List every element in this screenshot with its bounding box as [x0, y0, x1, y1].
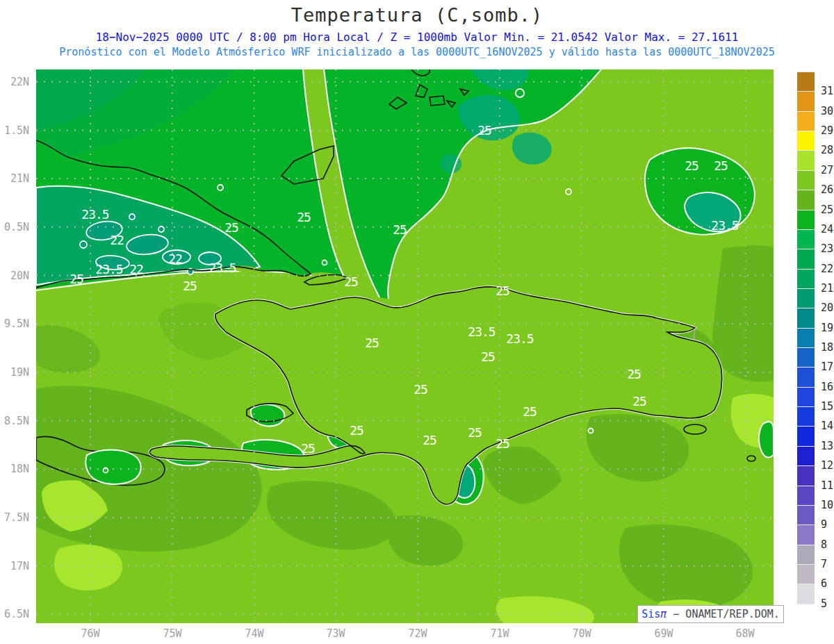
colorbar-tick-label: 20 [821, 302, 833, 314]
colorbar-band [797, 347, 815, 367]
contour-label: 25 [183, 279, 197, 293]
lat-tick-label: 22N [0, 76, 29, 88]
colorbar-tick-label: 14 [821, 420, 833, 432]
lon-tick-label: 71W [479, 627, 521, 640]
lon-tick-label: 69W [643, 627, 685, 640]
colorbar-tick-label: 5 [821, 597, 827, 610]
colorbar [797, 72, 815, 623]
jamaica-cool-spot [85, 450, 140, 484]
lon-tick-label: 75W [152, 627, 193, 640]
colorbar-tick-label: 28 [821, 144, 833, 156]
colorbar-band [797, 269, 815, 288]
contour-label: 23.5 [468, 324, 495, 339]
colorbar-tick-label: 17 [821, 361, 833, 373]
contour-label: 25 [496, 283, 509, 298]
contour-label: 23.5 [81, 207, 108, 222]
lon-tick-label: 72W [397, 627, 439, 640]
chart-subtitle-model: Pronóstico con el Modelo Atmósferico WRF… [0, 46, 834, 58]
watermark-box: Sisπ − ONAMET/REP.DOM. [637, 605, 784, 623]
colorbar-tick-label: 29 [821, 124, 833, 137]
colorbar-tick-label: 19 [821, 322, 833, 334]
colorbar-band [797, 190, 815, 209]
colorbar-band [797, 91, 815, 110]
map-canvas [36, 69, 774, 623]
lon-tick-label: 74W [234, 627, 275, 640]
colorbar-tick-label: 11 [821, 479, 833, 492]
colorbar-band [797, 72, 815, 91]
colorbar-tick-label: 24 [821, 223, 833, 236]
colorbar-band [797, 210, 815, 229]
contour-label: 25 [627, 367, 641, 381]
contour-label: 22 [129, 262, 143, 276]
colorbar-band [797, 486, 815, 505]
colorbar-tick-label: 25 [821, 204, 833, 216]
colorbar-tick-label: 6 [821, 577, 827, 590]
colorbar-tick-label: 10 [821, 499, 833, 511]
colorbar-band [797, 584, 815, 603]
lat-tick-label: 1.5N [0, 124, 29, 137]
contour-label: 25 [414, 382, 427, 397]
lon-tick-label: 70W [561, 627, 603, 640]
chart-title: Temperatura (C,somb.) [0, 4, 834, 26]
contour-label: 23.5 [95, 262, 122, 276]
watermark-sis: Sis [641, 608, 660, 620]
contour-label: 22 [168, 251, 182, 266]
contour-label: 25 [685, 158, 698, 173]
contour-label: 23.5 [711, 218, 738, 233]
lon-tick-label: 68W [724, 627, 766, 640]
lat-tick-label: 8.5N [0, 415, 29, 427]
weather-chart-page: { "header": { "title": "Temperatura (C,s… [0, 0, 834, 644]
colorbar-tick-label: 9 [821, 518, 827, 531]
colorbar-tick-label: 27 [821, 164, 833, 176]
lon-tick-label: 76W [70, 627, 111, 640]
lon-tick-label: 73W [315, 627, 357, 640]
lat-tick-label: 20N [0, 270, 29, 282]
colorbar-band [797, 387, 815, 406]
watermark-org: − ONAMET/REP.DOM. [667, 608, 780, 620]
contour-label: 25 [301, 441, 315, 456]
lat-tick-label: 18N [0, 463, 29, 475]
colorbar-band [797, 308, 815, 327]
lat-tick-label: 0.5N [0, 221, 29, 233]
colorbar-tick-label: 22 [821, 263, 833, 275]
colorbar-tick-label: 13 [821, 440, 833, 452]
colorbar-tick-label: 8 [821, 538, 827, 551]
colorbar-tick-label: 15 [821, 400, 833, 413]
contour-label: 23.5 [506, 331, 533, 346]
contour-label: 25 [632, 394, 646, 408]
colorbar-band [797, 111, 815, 131]
contour-label: 25 [365, 336, 379, 350]
colorbar-tick-label: 21 [821, 282, 833, 295]
colorbar-band [797, 505, 815, 525]
colorbar-band [797, 406, 815, 426]
colorbar-band [797, 170, 815, 190]
contour-label: 25 [70, 272, 83, 286]
colorbar-tick-label: 16 [821, 381, 833, 393]
colorbar-band [797, 229, 815, 249]
lat-tick-label: 7.5N [0, 511, 29, 524]
lat-tick-label: 6.5N [0, 608, 29, 620]
lat-tick-label: 19N [0, 366, 29, 379]
colorbar-tick-label: 26 [821, 183, 833, 196]
lat-tick-label: 9.5N [0, 317, 29, 330]
colorbar-tick-label: 23 [821, 242, 833, 255]
colorbar-band [797, 328, 815, 347]
watermark-pi-icon: π [660, 608, 667, 620]
colorbar-band [797, 367, 815, 386]
colorbar-tick-label: 31 [821, 85, 833, 97]
lat-tick-label: 21N [0, 172, 29, 185]
colorbar-band [797, 249, 815, 268]
contour-label: 25 [714, 158, 728, 173]
lat-tick-label: 17N [0, 560, 29, 572]
colorbar-band [797, 150, 815, 170]
colorbar-tick-label: 18 [821, 341, 833, 354]
colorbar-band [797, 288, 815, 308]
contour-label: 25 [350, 423, 363, 438]
colorbar-tick-label: 12 [821, 459, 833, 472]
colorbar-tick-label: 7 [821, 558, 827, 570]
contour-label: 25 [496, 436, 509, 451]
contour-label: 22 [110, 233, 124, 247]
colorbar-band [797, 604, 815, 623]
colorbar-tick-label: 30 [821, 105, 833, 117]
contour-label: 25 [423, 433, 436, 447]
